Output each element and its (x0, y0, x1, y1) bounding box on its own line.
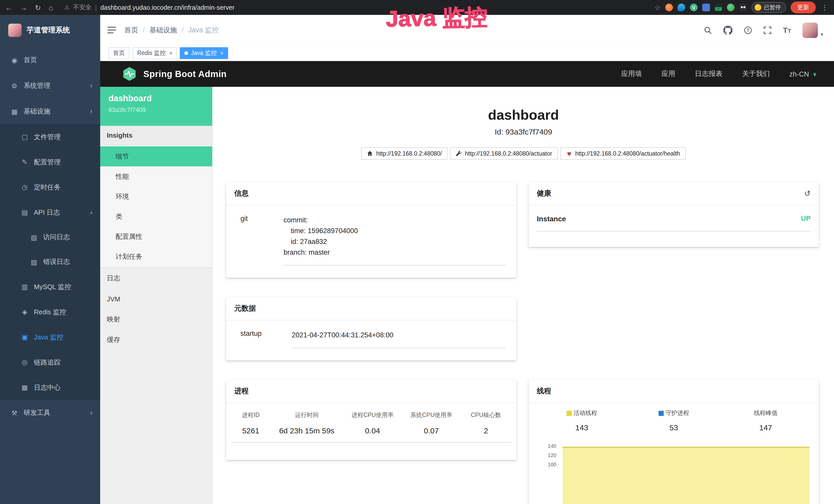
actuator-url-link[interactable]: http://192.168.0.2:48080/actuator (450, 147, 557, 160)
threads-card-title: 线程 (537, 387, 551, 396)
fullscreen-icon[interactable] (763, 26, 772, 34)
close-icon[interactable]: × (220, 50, 223, 56)
sba-item-config-props[interactable]: 配置属性 (100, 226, 212, 247)
sba-item-logs[interactable]: 日志 (100, 268, 212, 289)
breadcrumb-home[interactable]: 首页 (124, 25, 138, 35)
vue-devtools-extension-icon[interactable]: V (690, 4, 698, 11)
sidebar-item-label: 定时任务 (34, 183, 61, 192)
sidebar-item-mysql-monitor[interactable]: ▥ MySQL 监控 (0, 274, 100, 299)
legend-label: 线程峰值 (754, 409, 777, 417)
sidebar-item-api-logs[interactable]: ▤ API 日志 ∧ (0, 200, 100, 225)
locale-selector[interactable]: zh-CN ∨ (789, 70, 817, 78)
address-divider: | (95, 4, 97, 11)
tags-bar: 首页 Redis 监控 × Java 监控 × (100, 45, 834, 61)
paused-badge[interactable]: 已暂停 (751, 2, 786, 13)
user-menu[interactable]: ▼ (803, 22, 824, 38)
sidebar-item-tracing[interactable]: ◎ 链路追踪 (0, 350, 100, 375)
app-logo-row[interactable]: 芋道管理系统 (0, 15, 100, 45)
update-button[interactable]: 更新 (791, 2, 816, 13)
sidebar-item-label: 配置管理 (34, 157, 61, 167)
sba-item-caches[interactable]: 缓存 (100, 330, 212, 350)
process-card: 进程 进程ID 运行时间 (226, 380, 516, 460)
paused-badge-label: 已暂停 (764, 4, 781, 11)
sba-item-mappings[interactable]: 映射 (100, 309, 212, 330)
leaf-extension-icon[interactable] (727, 4, 734, 11)
svg-text:?: ? (747, 27, 749, 32)
sba-instance-block[interactable]: dashboard 93a3fc7f7409 (100, 87, 212, 126)
hamburger-icon[interactable] (107, 26, 116, 34)
screen: ← → ↻ ⌂ ⚠ 不安全 | dashboard.yudao.iocoder.… (0, 0, 834, 504)
column-header: 进程ID (231, 409, 270, 421)
insights-section-label: Insights (100, 126, 212, 145)
sidebar-item-file-management[interactable]: ▢ 文件管理 (0, 124, 100, 150)
sba-nav-wallboard[interactable]: 应用墙 (621, 69, 642, 78)
info-line: id: 27aa832 (284, 236, 506, 247)
sidebar-item-config-management[interactable]: ✎ 配置管理 (0, 150, 100, 175)
sidebar-item-log-center[interactable]: ▦ 日志中心 (0, 375, 100, 400)
sba-item-metrics[interactable]: 性能 (100, 166, 212, 186)
tampermonkey-extension-icon[interactable] (739, 4, 747, 11)
legend-value: 53 (628, 423, 720, 432)
security-label[interactable]: 不安全 (73, 3, 91, 12)
sba-nav-journal[interactable]: 日志报表 (695, 69, 723, 78)
sidebar-item-label: 首页 (24, 55, 37, 65)
sidebar-menu: ◉ 首页 ⚙ 系统管理 ∨ ▦ 基础设施 ∧ ▢ 文 (0, 47, 100, 426)
font-size-icon[interactable]: TT (783, 26, 791, 35)
sba-item-jvm[interactable]: JVM (100, 289, 212, 309)
help-icon[interactable]: ? (744, 26, 752, 34)
cell-uptime: 6d 23h 15m 59s (270, 421, 343, 442)
health-url-link[interactable]: http://192.168.0.2:48080/actuator/health (560, 147, 685, 160)
sba-item-classes[interactable]: 类 (100, 206, 212, 226)
chevron-down-icon: ∨ (90, 410, 93, 415)
home-icon[interactable]: ⌂ (48, 3, 53, 12)
sba-nav-about[interactable]: 关于我们 (742, 69, 770, 78)
sba-item-details[interactable]: 细节 (100, 146, 212, 166)
history-icon[interactable]: ↺ (804, 189, 811, 198)
tab-java-monitor[interactable]: Java 监控 × (180, 47, 228, 59)
close-icon[interactable]: × (169, 50, 172, 56)
insights-group: 细节 性能 环境 类 配置属性 计划任务 (100, 145, 212, 268)
fox-extension-icon[interactable] (665, 4, 673, 11)
sidebar-item-scheduled-tasks[interactable]: ◷ 定时任务 (0, 175, 100, 200)
proxy-switch-extension-icon[interactable]: on (715, 4, 722, 11)
error-log-icon: ▨ (30, 258, 38, 266)
service-url-link[interactable]: http://192.168.0.2:48080/ (361, 147, 448, 160)
tools-icon: ⚒ (10, 409, 19, 417)
sidebar-item-redis-monitor[interactable]: ◈ Redis 监控 (0, 299, 100, 324)
sidebar-item-infrastructure[interactable]: ▦ 基础设施 ∧ (0, 98, 100, 124)
sba-item-environment[interactable]: 环境 (100, 186, 212, 206)
tab-redis-monitor[interactable]: Redis 监控 × (133, 47, 177, 59)
forward-icon[interactable]: → (20, 3, 27, 12)
sidebar-item-dev-tools[interactable]: ⚒ 研发工具 ∨ (0, 400, 100, 426)
grid-extension-icon[interactable] (702, 4, 710, 11)
cell-cpu-cores: 2 (461, 421, 511, 442)
home-icon (367, 151, 373, 157)
process-table: 进程ID 运行时间 进程CPU使用率 系统CPU使用率 CPU核心数 (231, 409, 511, 443)
chevron-down-icon: ∨ (90, 83, 93, 88)
back-icon[interactable]: ← (5, 3, 12, 12)
info-value: commit: time: 1596289704000 id: 27aa832 … (284, 215, 506, 266)
browser-menu-icon[interactable]: ⋮ (820, 4, 829, 11)
sidebar-item-error-logs[interactable]: ▨ 错误日志 (0, 250, 100, 274)
sba-item-scheduled-tasks[interactable]: 计划任务 (100, 247, 212, 267)
tab-home[interactable]: 首页 (108, 47, 129, 59)
breadcrumb-infrastructure[interactable]: 基础设施 (150, 25, 177, 35)
sidebar-item-java-monitor[interactable]: ▣ Java 监控 (0, 324, 100, 350)
drop-extension-icon[interactable] (678, 4, 685, 11)
health-card-title: 健康 (537, 189, 551, 198)
locale-label: zh-CN (789, 70, 809, 78)
breadcrumb-current: Java 监控 (188, 25, 219, 35)
reload-icon[interactable]: ↻ (35, 3, 41, 12)
sidebar-item-home[interactable]: ◉ 首页 (0, 47, 100, 73)
sba-nav-applications[interactable]: 应用 (661, 69, 675, 78)
address-bar[interactable]: ⚠ 不安全 | dashboard.yudao.iocoder.cn/infra… (64, 3, 235, 12)
search-icon[interactable] (704, 26, 712, 34)
caret-down-icon: ▼ (820, 32, 824, 37)
url-text[interactable]: dashboard.yudao.iocoder.cn/infra/admin-s… (101, 4, 235, 11)
bookmark-star-icon[interactable]: ☆ (654, 3, 661, 12)
github-icon[interactable] (723, 25, 732, 35)
sidebar-item-access-logs[interactable]: ▧ 访问日志 (0, 225, 100, 250)
sidebar-item-label: 日志中心 (34, 383, 61, 392)
sidebar-item-system-management[interactable]: ⚙ 系统管理 ∨ (0, 73, 100, 98)
status-badge: UP (801, 215, 811, 223)
